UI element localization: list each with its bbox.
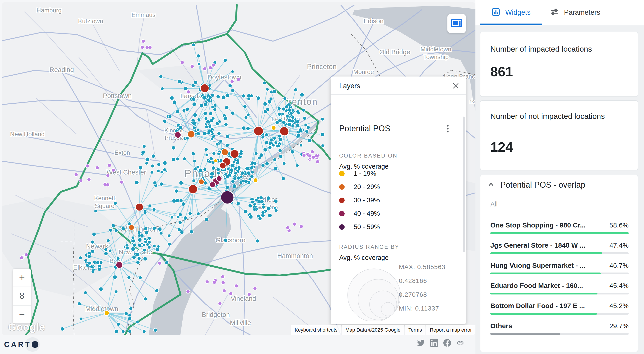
tab-parameters[interactable]: Parameters xyxy=(542,0,644,25)
legend-item: 40 - 49% xyxy=(339,207,380,220)
svg-text:rk: rk xyxy=(469,98,474,105)
overlap-row-bar-track xyxy=(490,313,629,315)
overlap-row-bar-track xyxy=(490,333,629,335)
legend-label: 50 - 59% xyxy=(354,223,380,231)
map-panel-toggle-icon xyxy=(451,18,462,29)
overlap-row-value: 46.7% xyxy=(610,262,629,269)
layers-panel: Layers Potential POS COLO xyxy=(330,77,466,324)
overlap-row-label: One Stop Shopping - 980 Cr... xyxy=(490,221,586,229)
linkedin-icon[interactable] xyxy=(430,339,438,347)
overlap-row[interactable]: Others29.7% xyxy=(490,318,629,338)
radius-range-circles xyxy=(335,253,408,321)
legend-color-dot xyxy=(339,184,344,190)
svg-text:Princeton: Princeton xyxy=(307,63,337,71)
app-root: HamburgKutztownEmmausReadingPottstownNew… xyxy=(0,0,644,354)
zoom-in-button[interactable]: + xyxy=(13,269,31,287)
overlap-row-value: 58.6% xyxy=(610,221,629,229)
svg-text:Vineland: Vineland xyxy=(231,295,256,302)
overlap-row-label: Jgs General Store - 1848 W ... xyxy=(490,242,585,249)
overlap-widget-title: Potential POS - overlap xyxy=(500,180,585,190)
svg-text:Square: Square xyxy=(95,203,114,209)
svg-text:Glassboro: Glassboro xyxy=(216,237,246,244)
widget-value: 124 xyxy=(490,139,513,155)
chevron-up-icon[interactable] xyxy=(487,181,495,189)
attribution-link: Map Data ©2025 Google xyxy=(342,325,404,335)
widget-value: 861 xyxy=(490,64,513,79)
widget-title: Number of not impacted locations xyxy=(490,110,628,122)
link-icon[interactable] xyxy=(456,339,464,347)
overlap-rows: One Stop Shopping - 980 Cr...58.6%Jgs Ge… xyxy=(490,217,629,338)
radius-range-value: MIN: 0.11337 xyxy=(399,305,446,319)
overlap-row-value: 45.4% xyxy=(610,282,629,289)
layers-panel-scrollbar[interactable] xyxy=(463,117,465,252)
sidebar-tabbar: Widgets Parameters xyxy=(476,0,644,25)
facebook-icon[interactable] xyxy=(443,339,451,347)
overlap-row[interactable]: Hung Vuong Supermarket - ...46.7% xyxy=(490,258,629,278)
twitter-icon[interactable] xyxy=(417,339,425,347)
overlap-row-bar-track xyxy=(490,252,629,254)
overlap-row-bar-track xyxy=(490,273,629,274)
overlap-row[interactable]: Bottom Dollar Food - 197 E ...45.2% xyxy=(490,298,629,318)
radius-range-value: 0.270768 xyxy=(399,291,446,305)
attribution-link[interactable]: Terms xyxy=(405,325,426,335)
legend-item: 20 - 29% xyxy=(339,180,380,194)
overlap-row-bar-fill xyxy=(490,252,602,254)
overlap-row-bar-fill xyxy=(490,293,598,294)
svg-text:Doylestown: Doylestown xyxy=(208,74,241,81)
parameters-icon xyxy=(550,8,559,18)
overlap-row-value: 29.7% xyxy=(610,322,629,330)
legend-item: 50 - 59% xyxy=(339,220,380,234)
legend-color-dot xyxy=(339,211,344,216)
svg-text:Emmaus: Emmaus xyxy=(132,12,156,18)
svg-text:Hammonton: Hammonton xyxy=(277,252,313,259)
svg-text:Monroe: Monroe xyxy=(353,69,374,75)
sidebar: Widgets Parameters Number of impacted lo… xyxy=(476,0,644,354)
overlap-filter-label: All xyxy=(490,201,498,208)
svg-text:Township: Township xyxy=(423,54,449,60)
widget-title: Number of impacted locations xyxy=(490,43,628,55)
tab-parameters-label: Parameters xyxy=(564,8,600,17)
overlap-row-bar-fill xyxy=(490,313,597,315)
footer: CART xyxy=(0,335,476,354)
legend-label: 30 - 39% xyxy=(354,197,380,204)
close-icon[interactable] xyxy=(452,81,460,90)
map-type-button[interactable] xyxy=(448,14,466,33)
svg-text:Edison: Edison xyxy=(364,18,384,25)
overlap-row-label: Hung Vuong Supermarket - ... xyxy=(490,262,586,269)
kebab-menu-icon[interactable] xyxy=(444,124,452,133)
layer-name: Potential POS xyxy=(339,124,390,133)
google-logo: Google xyxy=(8,321,45,333)
overlap-row-label: Bottom Dollar Food - 197 E ... xyxy=(490,302,585,310)
overlap-row[interactable]: Eduardo Food Market - 160...45.4% xyxy=(490,278,629,298)
svg-text:Reading: Reading xyxy=(50,66,74,73)
widget-not-impacted-locations: Number of not impacted locations 124 xyxy=(480,100,638,170)
svg-text:Hamburg: Hamburg xyxy=(36,7,62,14)
layers-panel-title: Layers xyxy=(339,82,360,90)
attribution-link[interactable]: Keyboard shortcuts xyxy=(291,325,341,335)
legend-item: 30 - 39% xyxy=(339,194,380,207)
overlap-row-bar-track xyxy=(490,293,629,294)
svg-text:Old Bridge: Old Bridge xyxy=(379,48,410,56)
color-based-on-label: COLOR BASED ON xyxy=(339,152,398,159)
tab-widgets[interactable]: Widgets xyxy=(476,0,542,25)
legend-color-dot xyxy=(339,224,344,230)
overlap-row[interactable]: One Stop Shopping - 980 Cr...58.6% xyxy=(490,217,629,237)
legend-label: 40 - 49% xyxy=(354,210,380,217)
svg-text:Kennett: Kennett xyxy=(94,195,115,202)
overlap-row-label: Others xyxy=(490,322,512,330)
overlap-row-bar-fill xyxy=(490,333,560,335)
tab-widgets-label: Widgets xyxy=(505,8,530,17)
radius-range-values: MAX: 0.5855630.4281660.270768MIN: 0.1133… xyxy=(399,263,446,319)
svg-text:Pottstown: Pottstown xyxy=(103,92,132,99)
radius-range-value: 0.428166 xyxy=(399,277,446,291)
social-links xyxy=(412,339,464,347)
overlap-row-value: 47.4% xyxy=(610,242,629,249)
svg-text:Millville: Millville xyxy=(230,319,251,326)
attribution-link[interactable]: Report a map error xyxy=(426,325,476,335)
legend-color-dot xyxy=(339,171,344,176)
carto-logo[interactable]: CART xyxy=(4,338,38,351)
svg-text:Kutztown: Kutztown xyxy=(78,18,103,25)
radius-range-value: MAX: 0.585563 xyxy=(399,263,446,277)
overlap-row[interactable]: Jgs General Store - 1848 W ...47.4% xyxy=(490,237,629,258)
map-canvas[interactable]: HamburgKutztownEmmausReadingPottstownNew… xyxy=(2,2,476,335)
